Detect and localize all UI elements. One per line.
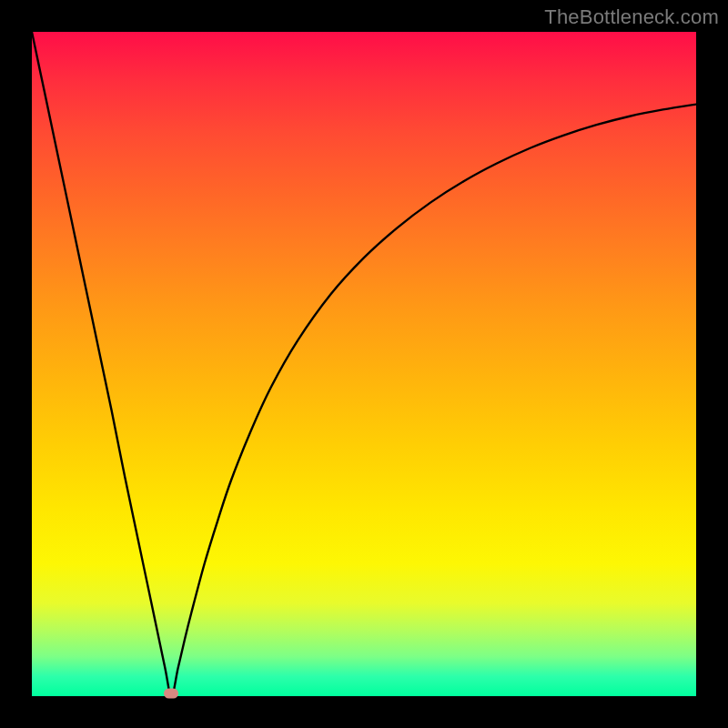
bottleneck-curve — [32, 32, 696, 696]
chart-frame: TheBottleneck.com — [0, 0, 728, 728]
plot-area — [32, 32, 696, 696]
watermark-text: TheBottleneck.com — [544, 5, 719, 29]
optimum-marker — [164, 689, 178, 699]
